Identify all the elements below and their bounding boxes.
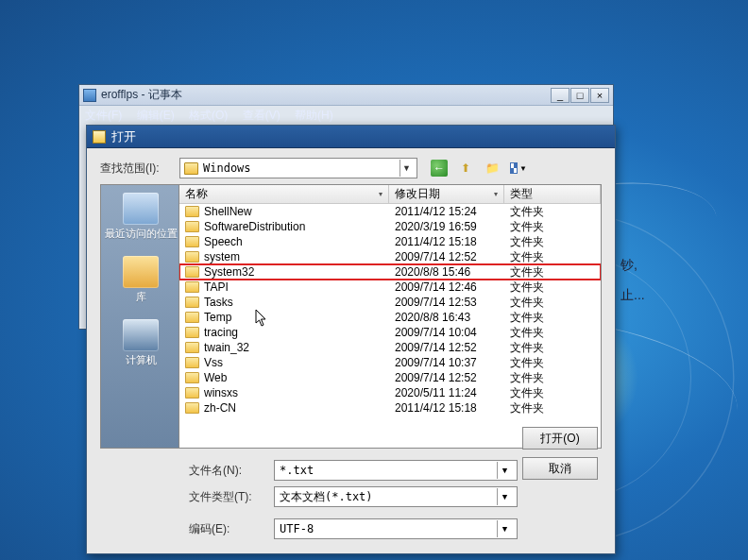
- file-type: 文件夹: [504, 204, 601, 220]
- dialog-titlebar[interactable]: 打开: [87, 126, 615, 148]
- file-date: 2009/7/14 12:52: [389, 371, 504, 384]
- file-row[interactable]: Vss2009/7/14 10:37文件夹: [179, 355, 601, 370]
- folder-icon: [185, 327, 199, 338]
- file-date: 2020/8/8 15:46: [389, 265, 504, 279]
- file-date: 2009/7/14 12:46: [389, 280, 504, 294]
- file-type: 文件夹: [504, 249, 601, 265]
- file-name: tracing: [204, 326, 238, 339]
- file-row[interactable]: Web2009/7/14 12:52文件夹: [179, 370, 601, 385]
- folder-icon: [185, 251, 199, 263]
- file-row[interactable]: ShellNew2011/4/12 15:24文件夹: [179, 204, 601, 219]
- chevron-down-icon[interactable]: ▼: [497, 462, 512, 479]
- look-in-value: Windows: [203, 161, 400, 175]
- file-row[interactable]: tracing2009/7/14 10:04文件夹: [179, 325, 601, 340]
- bg-text: 钞,: [620, 257, 638, 274]
- file-name: SoftwareDistribution: [204, 220, 305, 233]
- chevron-down-icon[interactable]: ▼: [497, 488, 512, 505]
- folder-icon: [185, 342, 199, 353]
- file-type: 文件夹: [504, 325, 601, 341]
- file-name: Vss: [204, 356, 223, 369]
- notepad-icon: [83, 89, 96, 102]
- file-row[interactable]: System322020/8/8 15:46文件夹: [179, 264, 601, 280]
- close-button[interactable]: ×: [590, 88, 609, 103]
- folder-icon: [185, 266, 199, 278]
- file-row[interactable]: Speech2011/4/12 15:18文件夹: [179, 234, 601, 249]
- cancel-button[interactable]: 取消: [522, 457, 598, 480]
- place-recent[interactable]: 最近访问的位置: [105, 193, 178, 241]
- file-row[interactable]: Tasks2009/7/14 12:53文件夹: [179, 295, 601, 310]
- file-type: 文件夹: [504, 219, 601, 235]
- places-bar: 最近访问的位置 库 计算机: [100, 184, 179, 449]
- filetype-select[interactable]: 文本文档(*.txt) ▼: [274, 486, 518, 507]
- file-name: zh-CN: [204, 401, 236, 415]
- open-dialog: 打开 查找范围(I): Windows ▼ ← ⬆ 📁 ▼ 最近访: [86, 125, 616, 554]
- folder-icon: [184, 162, 198, 175]
- dialog-title: 打开: [111, 128, 136, 145]
- new-folder-icon[interactable]: 📁: [484, 160, 501, 177]
- notepad-title: erofflps - 记事本: [101, 87, 182, 103]
- file-row[interactable]: TAPI2009/7/14 12:46文件夹: [179, 280, 601, 295]
- file-row[interactable]: twain_322009/7/14 12:52文件夹: [179, 340, 601, 355]
- chevron-down-icon[interactable]: ▼: [497, 520, 512, 537]
- folder-icon: [185, 387, 199, 399]
- folder-icon: [185, 221, 199, 232]
- file-row[interactable]: SoftwareDistribution2020/3/19 16:59文件夹: [179, 219, 601, 234]
- minimize-button[interactable]: _: [551, 88, 570, 103]
- menu-help[interactable]: 帮助(H): [295, 109, 333, 122]
- file-name: Speech: [204, 235, 243, 248]
- folder-icon: [185, 236, 199, 247]
- place-library[interactable]: 库: [123, 256, 159, 304]
- file-date: 2009/7/14 10:37: [389, 356, 504, 369]
- encoding-select[interactable]: UTF-8 ▼: [274, 518, 518, 539]
- file-date: 2011/4/12 15:18: [389, 401, 504, 415]
- file-list[interactable]: 名称▾ 修改日期▾ 类型 ShellNew2011/4/12 15:24文件夹S…: [179, 184, 602, 449]
- notepad-menu: 文件(F) 编辑(E) 格式(O) 查看(V) 帮助(H): [79, 106, 613, 126]
- place-computer[interactable]: 计算机: [123, 319, 159, 367]
- menu-view[interactable]: 查看(V): [243, 109, 280, 122]
- file-row[interactable]: system2009/7/14 12:52文件夹: [179, 249, 601, 264]
- open-dialog-icon: [93, 130, 106, 144]
- file-row[interactable]: winsxs2020/5/11 11:24文件夹: [179, 385, 601, 400]
- file-date: 2011/4/12 15:24: [389, 205, 504, 218]
- notepad-titlebar[interactable]: erofflps - 记事本 _ □ ×: [79, 85, 613, 106]
- file-row[interactable]: zh-CN2011/4/12 15:18文件夹: [179, 400, 601, 416]
- back-icon[interactable]: ←: [431, 160, 448, 177]
- library-icon: [123, 256, 159, 288]
- file-row[interactable]: Temp2020/8/8 16:43文件夹: [179, 310, 601, 325]
- chevron-down-icon[interactable]: ▼: [400, 160, 413, 177]
- file-date: 2009/7/14 10:04: [389, 326, 504, 339]
- open-button[interactable]: 打开(O): [522, 427, 598, 450]
- file-name: winsxs: [204, 386, 238, 399]
- column-type[interactable]: 类型: [504, 185, 601, 203]
- file-type: 文件夹: [504, 400, 601, 416]
- file-date: 2011/4/12 15:18: [389, 235, 504, 248]
- file-type: 文件夹: [504, 280, 601, 296]
- file-type: 文件夹: [504, 295, 601, 311]
- folder-icon: [185, 281, 199, 293]
- recent-icon: [123, 193, 159, 225]
- file-type: 文件夹: [504, 385, 601, 401]
- filename-input[interactable]: *.txt ▼: [274, 460, 518, 481]
- file-date: 2020/8/8 16:43: [389, 311, 504, 324]
- menu-format[interactable]: 格式(O): [189, 109, 228, 122]
- file-name: System32: [204, 265, 254, 279]
- file-name: Tasks: [204, 296, 233, 309]
- file-type: 文件夹: [504, 310, 601, 326]
- look-in-label: 查找范围(I):: [100, 161, 179, 177]
- file-name: system: [204, 250, 240, 263]
- maximize-button[interactable]: □: [570, 88, 589, 103]
- column-date[interactable]: 修改日期▾: [389, 185, 504, 203]
- views-icon[interactable]: ▼: [510, 160, 527, 177]
- folder-icon: [185, 402, 199, 414]
- file-name: Temp: [204, 311, 231, 324]
- look-in-select[interactable]: Windows ▼: [179, 158, 417, 178]
- folder-icon: [185, 206, 199, 217]
- menu-edit[interactable]: 编辑(E): [137, 109, 175, 122]
- column-name[interactable]: 名称▾: [179, 185, 389, 203]
- folder-icon: [185, 357, 199, 368]
- menu-file[interactable]: 文件(F): [85, 109, 122, 122]
- up-folder-icon[interactable]: ⬆: [457, 160, 474, 177]
- file-type: 文件夹: [504, 340, 601, 356]
- file-date: 2020/5/11 11:24: [389, 386, 504, 399]
- file-date: 2009/7/14 12:52: [389, 250, 504, 263]
